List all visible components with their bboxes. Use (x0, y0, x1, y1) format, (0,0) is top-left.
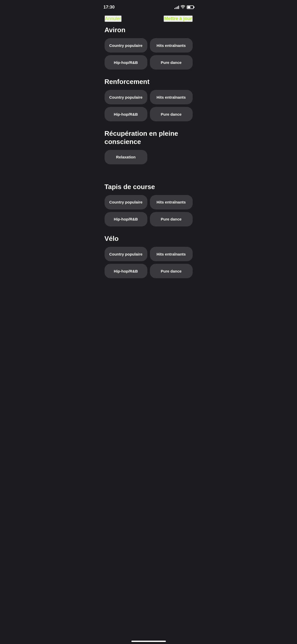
genre-grid-aviron: Country populaire Hits entraînants Hip-h… (105, 38, 193, 70)
genre-button[interactable]: Hip-hop/R&B (105, 55, 147, 70)
genre-button[interactable]: Country populaire (105, 195, 147, 209)
section-recuperation: Récupération en pleine conscience Relaxa… (105, 130, 193, 164)
spacer (105, 173, 193, 183)
section-aviron: Aviron Country populaire Hits entraînant… (105, 26, 193, 70)
genre-button[interactable]: Pure dance (150, 107, 193, 121)
genre-button[interactable]: Hits entraînants (150, 195, 193, 209)
genre-grid-tapis-course: Country populaire Hits entraînants Hip-h… (105, 195, 193, 226)
signal-icon (174, 5, 179, 9)
content: Aviron Country populaire Hits entraînant… (98, 26, 199, 278)
genre-grid-recuperation: Relaxation (105, 150, 193, 164)
section-tapis-course: Tapis de course Country populaire Hits e… (105, 183, 193, 226)
status-icons (174, 5, 194, 10)
status-time: 17:30 (104, 5, 115, 10)
genre-button-relaxation[interactable]: Relaxation (105, 150, 147, 164)
genre-button[interactable]: Country populaire (105, 247, 147, 261)
genre-button[interactable]: Hits entraînants (150, 247, 193, 261)
home-indicator (131, 641, 166, 642)
genre-button[interactable]: Hits entraînants (150, 90, 193, 104)
genre-button[interactable]: Pure dance (150, 212, 193, 226)
genre-button[interactable]: Hip-hop/R&B (105, 212, 147, 226)
section-title-recuperation: Récupération en pleine conscience (105, 130, 193, 146)
battery-icon (187, 5, 194, 9)
cancel-button[interactable]: Annuler (105, 15, 122, 22)
status-bar: 17:30 (98, 0, 199, 13)
genre-button[interactable]: Hip-hop/R&B (105, 107, 147, 121)
nav-bar: Annuler Mettre à jour (98, 13, 199, 26)
update-button[interactable]: Mettre à jour (164, 15, 192, 22)
section-velo: Vélo Country populaire Hits entraînants … (105, 235, 193, 278)
section-title-tapis-course: Tapis de course (105, 183, 193, 191)
genre-button[interactable]: Pure dance (150, 264, 193, 278)
genre-button[interactable]: Country populaire (105, 38, 147, 53)
genre-button[interactable]: Pure dance (150, 55, 193, 70)
wifi-icon (181, 5, 185, 10)
genre-button[interactable]: Hits entraînants (150, 38, 193, 53)
section-title-aviron: Aviron (105, 26, 193, 34)
section-title-renforcement: Renforcement (105, 78, 193, 86)
genre-grid-renforcement: Country populaire Hits entraînants Hip-h… (105, 90, 193, 121)
genre-grid-velo: Country populaire Hits entraînants Hip-h… (105, 247, 193, 278)
genre-button[interactable]: Hip-hop/R&B (105, 264, 147, 278)
section-title-velo: Vélo (105, 235, 193, 243)
genre-button[interactable]: Country populaire (105, 90, 147, 104)
section-renforcement: Renforcement Country populaire Hits entr… (105, 78, 193, 121)
